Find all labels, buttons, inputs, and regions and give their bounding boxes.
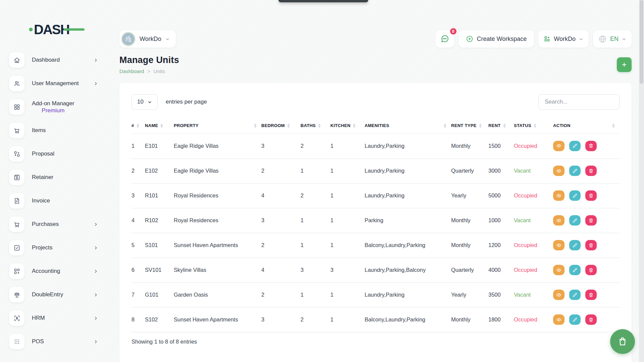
edit-button[interactable]: [569, 215, 581, 226]
view-button[interactable]: [553, 215, 565, 226]
cell-amenities: Parking: [365, 208, 451, 233]
page-size-select[interactable]: 10: [131, 94, 158, 110]
sidebar-item-invoice[interactable]: Invoice: [9, 193, 114, 208]
cell-rent-type: Monthly: [451, 134, 488, 159]
sidebar-item-dashboard[interactable]: Dashboard: [9, 52, 114, 68]
sidebar-item-pos[interactable]: POS: [9, 334, 114, 349]
column-header-bedroom[interactable]: BEDROOM: [261, 118, 301, 134]
sidebar-item-sublabel: Premium: [32, 107, 74, 114]
column-header-action[interactable]: ACTION: [553, 118, 620, 134]
view-button[interactable]: [553, 166, 565, 176]
column-label: AMENITIES: [365, 123, 389, 128]
view-button[interactable]: [553, 141, 565, 151]
table-row: 1E101Eagle Ridge Villas321Laundry,Parkin…: [131, 134, 620, 159]
cell-status: Vacant: [514, 283, 553, 307]
delete-button[interactable]: [585, 190, 597, 201]
edit-button[interactable]: [569, 141, 581, 151]
view-button[interactable]: [553, 265, 565, 275]
search-input[interactable]: [538, 94, 620, 110]
delete-button[interactable]: [585, 240, 597, 250]
sidebar-item-accounting[interactable]: Accounting: [9, 263, 114, 279]
column-header-rent[interactable]: RENT: [488, 118, 514, 134]
view-button[interactable]: [553, 314, 565, 325]
plus-icon: [621, 61, 628, 68]
edit-button[interactable]: [569, 166, 581, 176]
dash-logo[interactable]: DASH: [9, 21, 105, 38]
sidebar-item-hrm[interactable]: HRM: [9, 310, 114, 326]
table-row: 3R101Royal Residences421Laundry,ParkingY…: [131, 183, 620, 208]
cell-number: 4: [131, 208, 145, 233]
chevron-right-icon: [94, 222, 98, 227]
breadcrumb-separator: >: [147, 69, 150, 74]
cell-bedroom: 3: [261, 208, 301, 233]
add-unit-button[interactable]: [617, 57, 632, 72]
cell-bedroom: 4: [261, 258, 301, 283]
edit-button[interactable]: [569, 240, 581, 250]
column-label: NAME: [145, 123, 158, 128]
sidebar-item-retainer[interactable]: Retainer: [9, 170, 114, 185]
column-header-name[interactable]: NAME: [145, 118, 174, 134]
cell-property: Garden Oasis: [174, 283, 261, 307]
units-table: #NAMEPROPERTYBEDROOMBATHSKITCHENAMENITIE…: [131, 118, 620, 333]
sidebar-item-doubleentry[interactable]: DoubleEntry: [9, 287, 114, 302]
sidebar-item-label: Retainer: [32, 174, 53, 181]
cell-amenities: Laundry,Parking,Balcony: [365, 258, 451, 283]
breadcrumb-dashboard-link[interactable]: Dashboard: [119, 68, 144, 74]
scrollbar-thumb[interactable]: [640, 0, 643, 84]
column-header-kitchen[interactable]: KITCHEN: [330, 118, 365, 134]
workspace-switcher[interactable]: WorkDo: [119, 30, 176, 48]
cell-action: [553, 258, 620, 283]
view-button[interactable]: [553, 290, 565, 300]
sidebar-item-projects[interactable]: Projects: [9, 240, 114, 255]
cell-baths: 3: [301, 258, 330, 283]
edit-button[interactable]: [569, 314, 581, 325]
sidebar-item-label: Dashboard: [32, 56, 60, 63]
create-workspace-button[interactable]: Create Workspace: [459, 30, 534, 48]
cart-fab-button[interactable]: [610, 329, 635, 354]
cell-property: Sunset Haven Apartments: [174, 307, 261, 332]
status-badge: Occupied: [514, 316, 537, 322]
view-button[interactable]: [553, 240, 565, 250]
edit-button[interactable]: [569, 290, 581, 300]
table-body: 1E101Eagle Ridge Villas321Laundry,Parkin…: [131, 134, 620, 332]
cell-kitchen: 1: [330, 208, 365, 233]
sidebar-item-label: Invoice: [32, 197, 50, 204]
delete-button[interactable]: [585, 265, 597, 275]
column-header-status[interactable]: STATUS: [514, 118, 553, 134]
cell-bedroom: 2: [261, 159, 301, 183]
edit-button[interactable]: [569, 190, 581, 201]
cell-bedroom: 2: [261, 283, 301, 307]
sidebar-item-user-management[interactable]: User Management: [9, 76, 114, 91]
sidebar-item-purchases[interactable]: Purchases: [9, 217, 114, 232]
cell-rent: 5000: [488, 183, 514, 208]
cell-rent: 1200: [488, 233, 514, 258]
view-button[interactable]: [553, 190, 565, 201]
column-header-baths[interactable]: BATHS: [301, 118, 330, 134]
company-menu-button[interactable]: WorkDo: [538, 30, 589, 48]
proposal-icon: [9, 146, 24, 162]
table-row: 7G101Garden Oasis211Laundry,ParkingYearl…: [131, 283, 620, 307]
messenger-button[interactable]: 0: [435, 30, 454, 48]
delete-button[interactable]: [585, 141, 597, 151]
sort-icon: [287, 124, 290, 128]
sidebar-item-label: Purchases: [32, 221, 59, 228]
column-header-property[interactable]: PROPERTY: [174, 118, 261, 134]
edit-button[interactable]: [569, 265, 581, 275]
language-selector[interactable]: EN: [593, 30, 632, 48]
cell-rent: 1500: [488, 134, 514, 159]
column-header-rent-type[interactable]: RENT TYPE: [451, 118, 488, 134]
sidebar-item-items[interactable]: Items: [9, 123, 114, 138]
delete-button[interactable]: [585, 290, 597, 300]
column-header-amenities[interactable]: AMENITIES: [365, 118, 451, 134]
sidebar-item-proposal[interactable]: Proposal: [9, 146, 114, 162]
sidebar-item-add-on-manager[interactable]: Add-on ManagerPremium: [9, 99, 114, 115]
language-code: EN: [610, 36, 619, 43]
column-label: KITCHEN: [330, 123, 351, 128]
delete-button[interactable]: [585, 215, 597, 226]
cell-rent-type: Quarterly: [451, 258, 488, 283]
column-header--[interactable]: #: [131, 118, 145, 134]
cell-property: Skyline Villas: [174, 258, 261, 283]
delete-button[interactable]: [585, 166, 597, 176]
cell-rent: 4000: [488, 258, 514, 283]
delete-button[interactable]: [585, 314, 597, 325]
